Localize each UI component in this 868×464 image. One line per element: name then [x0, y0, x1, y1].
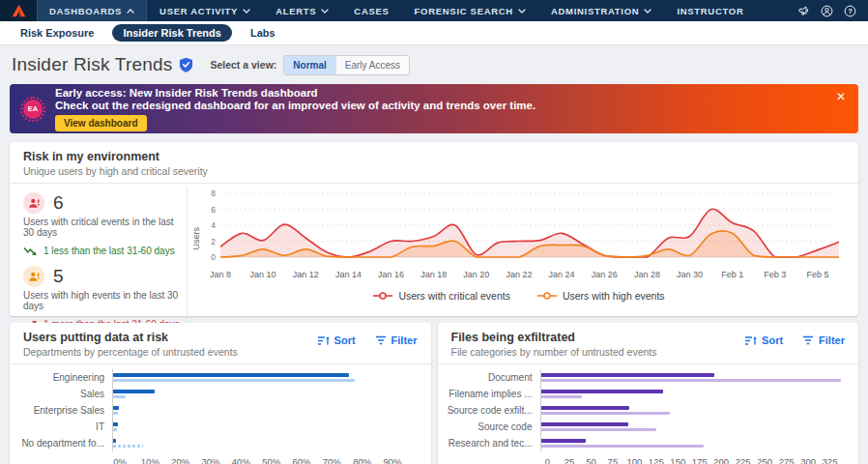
chevron-down-icon — [321, 9, 329, 14]
bar-previous[interactable] — [113, 445, 143, 449]
risk-environment-card: Risk in my environment Unique users by h… — [10, 142, 858, 316]
bar-current[interactable] — [541, 390, 664, 393]
banner-title: Early access: New Insider Risk Trends da… — [55, 87, 535, 99]
svg-text:Feb 3: Feb 3 — [764, 270, 786, 279]
bar-previous[interactable] — [113, 395, 126, 399]
dashboard-tabs: Risk ExposureInsider Risk TrendsLabs — [0, 21, 868, 45]
bar-previous[interactable] — [541, 445, 704, 449]
risk-card-subtitle: Unique users by high and critical severi… — [23, 165, 208, 177]
bar-current[interactable] — [541, 406, 629, 410]
svg-text:Jan 20: Jan 20 — [463, 270, 489, 279]
help-icon[interactable]: ? — [844, 5, 856, 17]
bar-previous[interactable] — [113, 412, 118, 416]
users-sort-button[interactable]: Sort — [318, 334, 356, 346]
bar-current[interactable] — [541, 373, 714, 377]
nav-item-user-activity[interactable]: USER ACTIVITY — [147, 0, 263, 21]
nav-item-dashboards[interactable]: DASHBOARDS — [37, 0, 147, 21]
svg-text:Jan 30: Jan 30 — [677, 270, 703, 279]
svg-text:Feb 1: Feb 1 — [721, 270, 743, 279]
bar-previous[interactable] — [541, 428, 657, 432]
axis-tick: 75 — [608, 456, 619, 464]
bar-current[interactable] — [113, 439, 116, 443]
nav-item-instructor[interactable]: INSTRUCTOR — [664, 0, 756, 21]
high-users-count: 5 — [53, 266, 64, 287]
users-filter-button[interactable]: Filter — [375, 334, 418, 346]
tab-insider-risk-trends[interactable]: Insider Risk Trends — [112, 24, 231, 42]
view-option-early-access[interactable]: Early Access — [336, 56, 409, 74]
view-option-normal[interactable]: Normal — [284, 56, 335, 74]
bar-previous[interactable] — [113, 428, 117, 432]
axis-tick: 90% — [383, 456, 401, 464]
bar-current[interactable] — [113, 422, 118, 426]
nav-right-icons: ? — [797, 0, 868, 21]
nav-item-cases[interactable]: CASES — [341, 0, 401, 21]
bar-previous[interactable] — [541, 412, 670, 416]
svg-text:6: 6 — [211, 205, 216, 215]
svg-text:Jan 26: Jan 26 — [592, 270, 618, 279]
nav-item-administration[interactable]: ADMINISTRATION — [538, 0, 664, 21]
svg-text:8: 8 — [211, 188, 216, 198]
bar-category-label: Sales — [19, 389, 112, 399]
legend-marker-icon — [373, 291, 392, 301]
bar-category-label: Source code — [448, 421, 540, 432]
main-content: Insider Risk Trends Select a view: Norma… — [0, 45, 868, 464]
svg-text:Jan 18: Jan 18 — [420, 270, 447, 279]
nav-item-forensic-search[interactable]: FORENSIC SEARCH — [402, 0, 538, 21]
tab-labs[interactable]: Labs — [240, 24, 286, 42]
bar-previous[interactable] — [541, 395, 582, 399]
critical-user-icon — [23, 192, 44, 214]
legend-item-users-with-critical-events[interactable]: Users with critical events — [373, 290, 510, 302]
tab-risk-exposure[interactable]: Risk Exposure — [10, 24, 104, 42]
high-users-stat: 5 Users with high events in the last 30 … — [23, 266, 187, 330]
bar-row-enterprise-sales: Enterprise Sales — [19, 402, 416, 419]
announcement-icon[interactable] — [797, 5, 810, 17]
bar-row-sales: Sales — [19, 386, 416, 402]
users-card-subtitle: Departments by percentage of untrusted e… — [23, 346, 238, 358]
critical-users-count: 6 — [53, 192, 64, 214]
bar-row-source-code: Source code — [448, 419, 844, 435]
y-axis-label: Users — [191, 227, 201, 250]
bar-current[interactable] — [113, 373, 349, 377]
files-bar-chart[interactable]: DocumentFilename implies ...Source code … — [438, 364, 859, 464]
axis-tick: 200 — [713, 456, 729, 464]
bar-current[interactable] — [541, 422, 628, 426]
files-card-subtitle: File categories by number of untrusted e… — [451, 346, 657, 358]
bar-current[interactable] — [113, 406, 119, 410]
axis-tick: 25 — [564, 456, 575, 464]
svg-text:Jan 22: Jan 22 — [506, 270, 532, 279]
axis-tick: 150 — [670, 456, 685, 464]
banner-close-icon[interactable]: ✕ — [836, 91, 846, 102]
files-filter-button[interactable]: Filter — [802, 334, 845, 346]
axis-tick: 0% — [113, 456, 127, 464]
legend-item-users-with-high-events[interactable]: Users with high events — [537, 290, 665, 302]
view-dashboard-button[interactable]: View dashboard — [55, 115, 147, 131]
bar-row-filename-implies: Filename implies ... — [448, 386, 844, 402]
bar-previous[interactable] — [541, 379, 842, 383]
chevron-down-icon — [243, 9, 250, 14]
bar-row-it: IT — [19, 419, 416, 435]
line-chart-plot[interactable]: 02468Jan 8Jan 10Jan 12Jan 14Jan 16Jan 18… — [201, 188, 847, 289]
axis-tick: 275 — [779, 456, 795, 464]
bar-category-label: Filename implies ... — [448, 389, 540, 399]
risk-trend-chart: Users 02468Jan 8Jan 10Jan 12Jan 14Jan 16… — [188, 188, 847, 339]
main-menu: DASHBOARDSUSER ACTIVITYALERTSCASESFORENS… — [37, 0, 756, 21]
users-card-title: Users putting data at risk — [23, 331, 238, 344]
axis-tick: 80% — [353, 456, 371, 464]
users-bar-chart[interactable]: EngineeringSalesEnterprise SalesITNo dep… — [10, 364, 431, 464]
nav-item-alerts[interactable]: ALERTS — [263, 0, 341, 21]
svg-text:Jan 10: Jan 10 — [250, 270, 276, 279]
bar-current[interactable] — [113, 390, 155, 393]
app-logo[interactable] — [0, 0, 37, 21]
bar-category-label: Enterprise Sales — [19, 405, 112, 416]
axis-tick: 125 — [649, 456, 664, 464]
critical-users-caption: Users with critical events in the last 3… — [23, 217, 187, 238]
files-sort-button[interactable]: Sort — [745, 334, 783, 346]
legend-marker-icon — [537, 291, 557, 301]
bar-row-no-department-fo: No department fo... — [19, 435, 416, 451]
bar-current[interactable] — [541, 439, 587, 443]
bar-row-source-code-exfilt: Source code exfilt... — [448, 402, 844, 419]
account-icon[interactable] — [821, 5, 833, 17]
chevron-down-icon — [518, 9, 526, 14]
sort-icon — [745, 335, 757, 346]
bar-previous[interactable] — [113, 379, 355, 383]
